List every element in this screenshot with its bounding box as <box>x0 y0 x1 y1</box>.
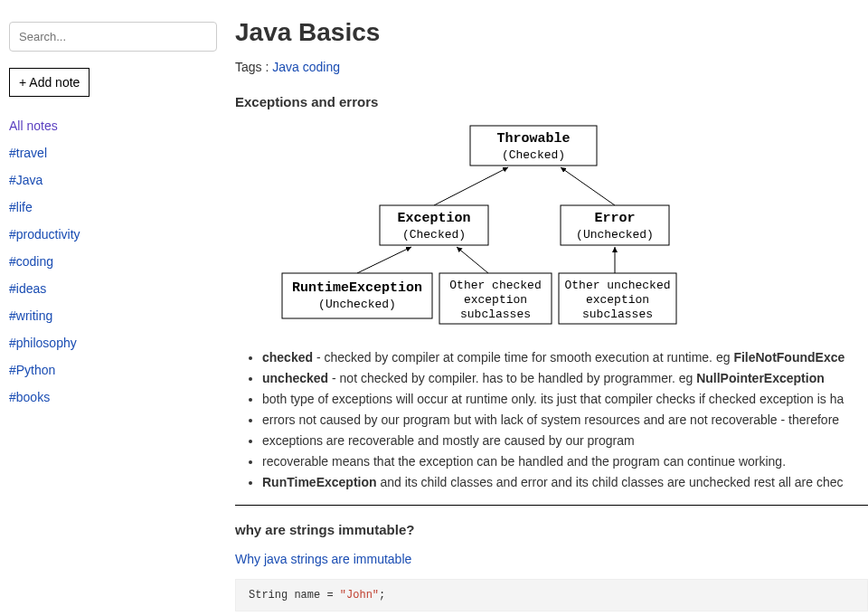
diagram-throwable-sub: (Checked) <box>502 148 565 162</box>
svg-line-5 <box>357 247 411 273</box>
sidebar-tag-item[interactable]: #books <box>9 390 226 404</box>
sidebar-tag-item[interactable]: #Java <box>9 173 226 187</box>
code-prefix: String name = <box>249 589 340 602</box>
diagram-other-checked-1: Other checked <box>449 279 541 292</box>
diagram-throwable: Throwable <box>496 131 570 147</box>
diagram-runtime-sub: (Unchecked) <box>318 298 396 311</box>
tags-prefix: Tags : <box>235 60 272 74</box>
sidebar-tag-item[interactable]: #life <box>9 200 226 214</box>
diagram-other-checked-2: exception <box>464 293 527 307</box>
exception-bullets: checked - checked by compiler at compile… <box>262 348 868 492</box>
sidebar-tag-item[interactable]: #Python <box>9 363 226 377</box>
sidebar-tag-item[interactable]: #philosophy <box>9 336 226 350</box>
nav-all-notes[interactable]: All notes <box>9 118 226 133</box>
search-input[interactable] <box>9 22 217 52</box>
code-suffix: ; <box>379 589 385 602</box>
diagram-other-checked-3: subclasses <box>460 308 531 321</box>
note-tag-link[interactable]: Java <box>272 60 299 74</box>
diagram-other-unchecked-1: Other unchecked <box>564 279 670 292</box>
diagram-other-unchecked-3: subclasses <box>582 308 653 321</box>
diagram-error: Error <box>594 211 635 226</box>
bullet-item: exceptions are recoverable and mostly ar… <box>262 431 868 450</box>
bullet-item: recoverable means that the exception can… <box>262 452 868 471</box>
note-title: Java Basics <box>235 18 868 47</box>
sidebar-tag-item[interactable]: #ideas <box>9 281 226 296</box>
diagram-error-sub: (Unchecked) <box>576 228 654 242</box>
svg-line-1 <box>434 167 508 205</box>
svg-line-2 <box>561 167 615 205</box>
tag-list: #travel#Java#life#productivity#coding#id… <box>9 146 226 404</box>
nav-list: All notes <box>9 118 226 133</box>
strings-immutable-link[interactable]: Why java strings are immutable <box>235 552 411 566</box>
code-string-literal: "John" <box>340 589 379 602</box>
bullet-item: RunTimeException and its child classes a… <box>262 473 868 492</box>
diagram-svg: Throwable (Checked) Exception (Checked) … <box>280 124 705 332</box>
diagram-exception: Exception <box>397 211 470 226</box>
bullet-item: unchecked - not checked by compiler. has… <box>262 369 868 388</box>
add-note-button[interactable]: + Add note <box>9 68 90 97</box>
section-divider <box>235 505 868 506</box>
sidebar-tag-item[interactable]: #writing <box>9 308 226 323</box>
sidebar-tag-item[interactable]: #travel <box>9 146 226 160</box>
sidebar: + Add note All notes #travel#Java#life#p… <box>0 0 235 616</box>
bullet-item: checked - checked by compiler at compile… <box>262 348 868 367</box>
note-tag-link[interactable]: coding <box>303 60 340 74</box>
section-heading-strings: why are strings immutable? <box>235 522 868 537</box>
main-content: Java Basics Tags : Java coding Exception… <box>235 0 868 616</box>
diagram-exception-sub: (Checked) <box>402 228 466 242</box>
bullet-item: errors not caused by our program but wit… <box>262 411 868 430</box>
tags-line: Tags : Java coding <box>235 60 868 74</box>
exception-hierarchy-diagram: Throwable (Checked) Exception (Checked) … <box>280 124 868 332</box>
bullet-item: both type of exceptions will occur at ru… <box>262 390 868 409</box>
diagram-other-unchecked-2: exception <box>586 293 649 307</box>
code-block: String name = "John"; <box>235 579 868 611</box>
sidebar-tag-item[interactable]: #productivity <box>9 227 226 242</box>
section-heading-exceptions: Exceptions and errors <box>235 94 868 109</box>
svg-line-6 <box>457 247 488 273</box>
sidebar-tag-item[interactable]: #coding <box>9 254 226 269</box>
diagram-runtime: RuntimeException <box>292 280 422 296</box>
